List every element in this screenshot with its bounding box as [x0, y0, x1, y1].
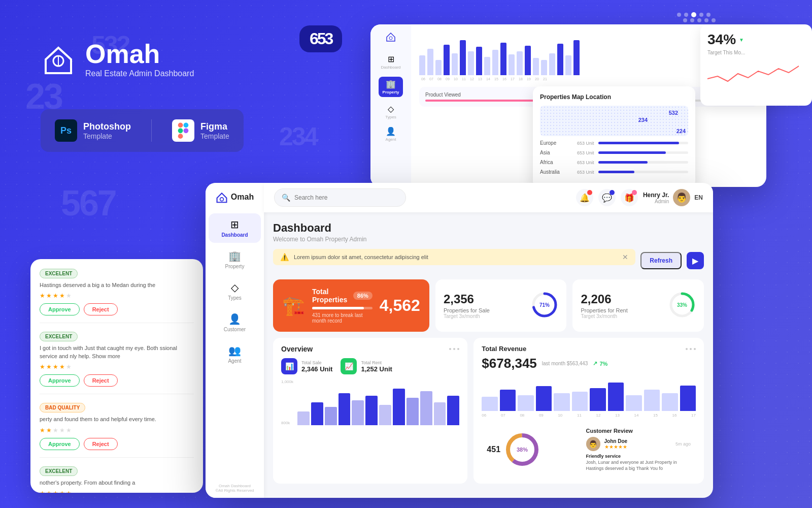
agent-icon: 👥: [228, 344, 241, 357]
review-text-2: I got in touch with Just that caught my …: [40, 344, 194, 360]
review-stars-1: ★ ★ ★ ★ ★: [40, 292, 194, 299]
sidebar-dashboard-label: Dashboard: [221, 232, 248, 238]
approve-button-1[interactable]: Approve: [40, 303, 80, 315]
rc-trend: ↗ 7%: [593, 360, 607, 367]
review-item-1: EXCELENT Hastings deserved a big a to Me…: [40, 268, 194, 323]
svg-rect-2: [178, 123, 183, 128]
oc-rent-value: 1,252 Unit: [361, 365, 392, 373]
sidebar-property-label: Property: [225, 264, 245, 269]
dcb-logo: [386, 31, 396, 43]
tp-sub: 431 more to break last month record: [312, 312, 373, 324]
sidebar-item-property[interactable]: 🏢 Property: [209, 245, 261, 274]
notification-row: ⚠️ Lorem ipsum dolor sit amet, consectet…: [273, 249, 704, 272]
action-button[interactable]: ▶: [687, 252, 704, 269]
message-button[interactable]: 💬: [598, 189, 616, 206]
search-input[interactable]: [294, 194, 398, 201]
bottom-row: Overview 📊 Total: [273, 338, 704, 484]
ps-sublabel: Template: [83, 132, 131, 140]
ind-dot2-2: [690, 18, 694, 22]
properties-for-sale-card: 2,356 Properties for Sale Target 3x/mont…: [435, 279, 567, 332]
pfr-info: 2,206 Properties for Rent Target 3x/mont…: [581, 292, 662, 319]
rc-sub: last month $563,443: [542, 361, 588, 366]
svg-text:33%: 33%: [677, 302, 687, 308]
review-actions-1: Approve Reject: [40, 303, 194, 315]
rc-value-row: $678,345 last month $563,443 ↗ 7%: [482, 356, 696, 371]
svg-rect-3: [184, 123, 189, 128]
notif-close-button[interactable]: ✕: [622, 253, 628, 261]
sidebar-item-dashboard[interactable]: ⊞ Dashboard: [209, 213, 261, 243]
oc-rent-info: Total Rent 1,252 Unit: [361, 360, 392, 373]
ps-info: Photoshop Template: [83, 121, 131, 140]
revenue-card: Total Revenue $678,345 last month $563,4…: [473, 338, 704, 484]
pfs-sub: Target 3x/month: [444, 313, 525, 319]
template-card-figma[interactable]: Figma Template: [172, 119, 229, 142]
md-logo-icon: [216, 191, 228, 203]
dcb-nav-dashboard: ⊞ Dashboard: [379, 54, 403, 70]
customer-icon: 👤: [228, 313, 241, 325]
cr-title: Customer Review: [586, 428, 691, 434]
sidebar-agent-label: Agent: [228, 358, 241, 364]
pmc-europe: Europe 653 Unit: [540, 140, 688, 146]
background: 532 653 23 567 234 Omah Real Estate Admi…: [0, 0, 812, 508]
reject-button-2[interactable]: Reject: [84, 374, 118, 387]
tp-label: Total Properties 86%: [312, 288, 373, 304]
sidebar-customer-label: Customer: [224, 327, 246, 332]
bell-badge: [587, 190, 592, 195]
bg-number-234: 234: [279, 122, 317, 151]
properties-map-card: Properties Map Location 532 234 224 Euro…: [533, 86, 695, 188]
sidebar-item-types[interactable]: ◇ Types: [209, 276, 261, 306]
stats-row: 🏗️ Total Properties 86% 431 more to brea…: [273, 279, 704, 332]
brand-tagline: Real Estate Admin Dashboard: [85, 69, 194, 78]
tp-icon: 🏗️: [282, 295, 305, 316]
notif-text: Lorem ipsum dolor sit amet, consectetur …: [294, 254, 428, 260]
sidebar-types-label: Types: [228, 295, 242, 301]
figma-info: Figma Template: [200, 121, 229, 140]
ind-dot-2: [684, 13, 688, 17]
sidebar-item-agent[interactable]: 👥 Agent: [209, 339, 261, 369]
brand-logo-text: Omah Real Estate Admin Dashboard: [85, 41, 194, 78]
language-selector[interactable]: EN: [694, 194, 703, 201]
trend-value: 7%: [599, 361, 607, 367]
approve-button-2[interactable]: Approve: [40, 374, 80, 387]
refresh-button[interactable]: Refresh: [640, 252, 682, 269]
oc-stats: 📊 Total Sale 2,346 Unit 📈: [281, 358, 459, 374]
action-icon: ▶: [692, 256, 698, 266]
dcb-sidebar: ⊞ Dashboard 🏢 Property ◇ Types 👤 Agent: [370, 24, 411, 187]
gift-button[interactable]: 🎁: [621, 189, 638, 206]
review-text-1: Hastings deserved a big a to Medan durin…: [40, 281, 194, 289]
oc-stat-sale: 📊 Total Sale 2,346 Unit: [281, 358, 332, 374]
md-logo-text: Omah: [231, 193, 254, 202]
ind-dot-5: [706, 13, 710, 17]
dcb-nav-property: 🏢 Property: [379, 77, 403, 97]
user-name: Henry Jr.: [643, 192, 669, 199]
svg-point-7: [389, 37, 392, 40]
re-label: Target This Mo...: [707, 50, 805, 55]
trend-arrow-icon: ↗: [593, 360, 597, 367]
review-item-3: BAD QUALITY perty and found them to and …: [40, 402, 194, 457]
reject-button-1[interactable]: Reject: [84, 303, 118, 315]
search-bar[interactable]: 🔍: [274, 188, 406, 207]
figma-sublabel: Template: [200, 132, 229, 140]
brand-name: Omah: [85, 41, 194, 67]
bg-number-653-badge: 653: [299, 25, 342, 52]
approve-button-3[interactable]: Approve: [40, 438, 80, 450]
avatar: 👨: [673, 189, 690, 206]
bell-button[interactable]: 🔔: [576, 189, 593, 206]
sidebar-item-customer[interactable]: 👤 Customer: [209, 308, 261, 337]
pfs-label: Properties for Sale: [444, 307, 525, 313]
review-badge-4: EXCELENT: [40, 466, 78, 476]
template-card-photoshop[interactable]: Ps Photoshop Template: [55, 119, 131, 142]
pfr-value: 2,206: [581, 292, 662, 306]
oc-header: Overview: [281, 345, 459, 353]
ind-dot-1: [677, 13, 681, 17]
md-content: Dashboard Welcome to Omah Property Admin…: [264, 212, 713, 498]
cr-user-row: 👨 John Doe ★★★★★ 5m ago: [586, 437, 691, 451]
pfs-circle: 71%: [531, 291, 558, 321]
user-profile[interactable]: Henry Jr. Admin 👨 EN: [643, 189, 703, 206]
oc-sale-label: Total Sale: [301, 360, 332, 365]
brand-logo-area: Omah Real Estate Admin Dashboard: [41, 41, 194, 78]
reject-button-3[interactable]: Reject: [84, 438, 118, 450]
revenue-ext-card: 34% ▼ Target This Mo...: [700, 24, 812, 106]
review-stars-4: ★ ★ ★ ★ ★: [40, 490, 194, 493]
pmc-title: Properties Map Location: [540, 93, 688, 101]
